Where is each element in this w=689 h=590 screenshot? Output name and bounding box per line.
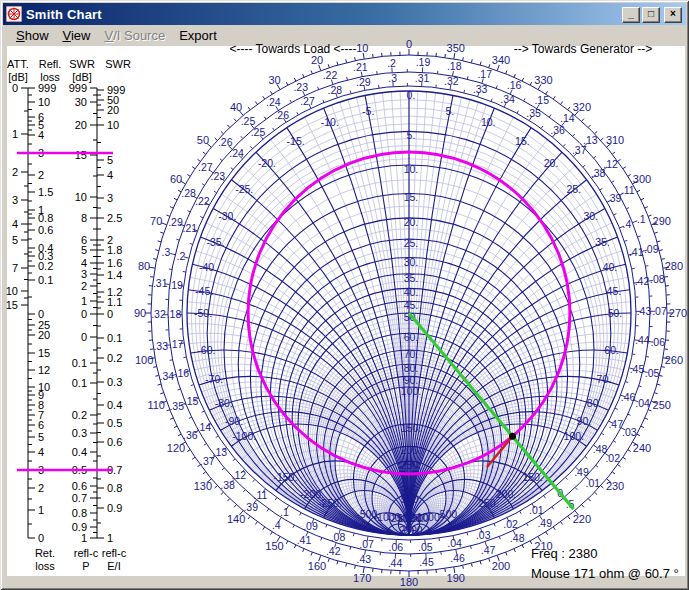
minimize-button[interactable]: _: [622, 7, 640, 23]
svg-text:180: 180: [400, 576, 418, 588]
client-area[interactable]: [7, 46, 685, 576]
menu-item-v-i-source[interactable]: V/I Source: [97, 25, 172, 46]
title-bar[interactable]: Smith Chart _□×: [3, 3, 686, 25]
towards-load-label: <---- Towards Load <----: [222, 42, 364, 56]
close-button[interactable]: ×: [664, 7, 682, 23]
menu-item-view[interactable]: View: [56, 25, 98, 46]
towards-generator-label: --> Towards Generator -->: [504, 42, 662, 56]
menu-item-show[interactable]: Show: [9, 25, 56, 46]
app-icon: [6, 6, 22, 22]
window-buttons: _□×: [620, 7, 682, 23]
menu-item-export[interactable]: Export: [172, 25, 224, 46]
app-window: Smith Chart _□× ShowViewV/I SourceExport…: [0, 0, 689, 590]
mouse-impedance-readout: Mouse 171 ohm @ 60.7 °: [531, 566, 679, 581]
maximize-button[interactable]: □: [642, 7, 660, 23]
frequency-readout: Freq : 2380: [531, 546, 598, 561]
window-title: Smith Chart: [26, 7, 102, 22]
